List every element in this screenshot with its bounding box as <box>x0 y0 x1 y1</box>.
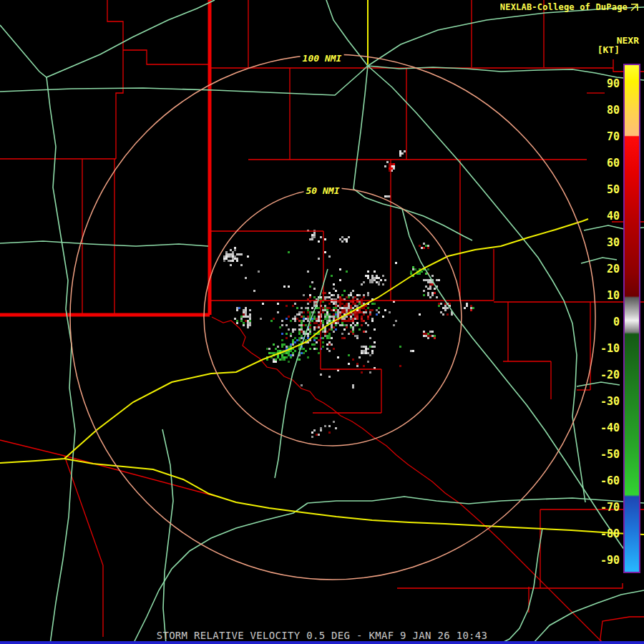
colorbar-tick-label: 10 <box>607 291 620 301</box>
colorbar-tick-label: -20 <box>600 370 620 381</box>
colorbar-tick-label: 20 <box>607 264 620 275</box>
range-ring-label-50nmi: 50 NMI <box>304 185 342 196</box>
colorbar-tick-label: -80 <box>600 529 620 540</box>
colorbar-tick-label: -40 <box>600 423 620 434</box>
colorbar-tick-label: -60 <box>600 476 620 487</box>
product-status-text: STORM RELATIVE VELOCITY 0.5 DEG - KMAF 9… <box>157 630 488 641</box>
colorbar-tick-label: -50 <box>600 449 620 460</box>
colorbar-tick-label: 70 <box>607 132 620 142</box>
product-label: NEXR <box>617 35 639 46</box>
colorbar-tick-label: -70 <box>600 502 620 513</box>
brand-text: NEXLAB-College of DuPage <box>500 2 628 12</box>
range-ring-label-100nmi: 100 NMI <box>301 53 344 64</box>
radar-map-canvas <box>0 0 644 644</box>
flag-icon <box>630 4 638 11</box>
colorbar-tick-label: 50 <box>607 185 620 195</box>
velocity-colorbar <box>623 64 640 573</box>
colorbar-tick-label: 90 <box>607 79 620 89</box>
echo-layer <box>223 150 474 438</box>
colorbar-tick-label: -30 <box>600 396 620 407</box>
colorbar-tick-label: 80 <box>607 105 620 116</box>
colorbar-tick-label: 0 <box>613 317 620 328</box>
colorbar-tick-label: -90 <box>600 555 620 566</box>
colorbar-tick-label: 60 <box>607 158 620 169</box>
colorbar-tick-label: 30 <box>607 238 620 248</box>
colorbar-tick-label: 40 <box>607 211 620 222</box>
radar-viewer: NEXLAB-College of DuPage NEXR [KT] 90807… <box>0 0 644 644</box>
colorbar-units-label: [KT] <box>597 44 620 55</box>
brand: NEXLAB-College of DuPage <box>500 2 638 12</box>
yellow-roads-layer <box>0 0 644 535</box>
bottom-blue-strip <box>0 641 644 644</box>
colorbar-tick-label: -10 <box>600 343 620 354</box>
